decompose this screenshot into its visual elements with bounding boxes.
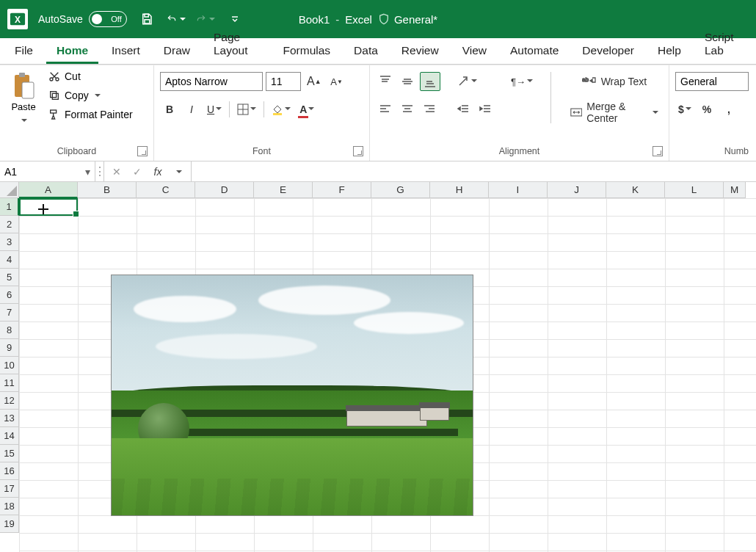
tab-automate[interactable]: Automate [500, 38, 569, 64]
tab-page-layout[interactable]: Page Layout [203, 25, 269, 64]
row-header-10[interactable]: 10 [0, 357, 19, 374]
percent-button[interactable]: % [697, 100, 716, 119]
clipboard-dialog-launcher[interactable] [137, 146, 148, 156]
tab-file[interactable]: File [4, 38, 43, 64]
save-icon[interactable] [137, 10, 156, 29]
format-painter-button[interactable]: Format Painter [46, 107, 136, 122]
align-left-icon[interactable] [376, 100, 395, 119]
row-header-8[interactable]: 8 [0, 322, 19, 339]
undo-button[interactable] [167, 10, 186, 29]
row-header-1[interactable]: 1 [0, 198, 19, 216]
merge-center-button[interactable]: Merge & Center [566, 103, 663, 122]
text-direction-button[interactable]: ¶→ [508, 72, 536, 91]
increase-font-icon[interactable]: A▲ [304, 72, 324, 91]
chevron-down-icon[interactable]: ▾ [85, 166, 90, 178]
orientation-button[interactable] [454, 72, 480, 91]
row-header-14[interactable]: 14 [0, 427, 19, 445]
bold-button[interactable]: B [160, 100, 179, 119]
row-header-3[interactable]: 3 [0, 233, 19, 251]
tab-developer[interactable]: Developer [572, 38, 644, 64]
tab-home[interactable]: Home [46, 38, 98, 64]
row-header-13[interactable]: 13 [0, 410, 19, 427]
row-headers[interactable]: 12345678910111213141516171819 [0, 198, 19, 552]
accept-formula-icon[interactable]: ✓ [128, 162, 147, 181]
col-header-L[interactable]: L [665, 182, 724, 198]
redo-button[interactable] [196, 10, 215, 29]
underline-button[interactable]: U [204, 100, 225, 119]
align-top-icon[interactable] [376, 72, 395, 91]
align-bottom-icon[interactable] [420, 72, 440, 91]
embedded-image[interactable] [111, 275, 473, 516]
number-format-input[interactable] [675, 72, 749, 91]
col-header-K[interactable]: K [606, 182, 665, 198]
column-headers[interactable]: ABCDEFGHIJKLM [19, 182, 756, 198]
row-header-2[interactable]: 2 [0, 216, 19, 233]
row-header-9[interactable]: 9 [0, 339, 19, 357]
tab-script-lab[interactable]: Script Lab [694, 25, 752, 64]
borders-button[interactable] [234, 100, 259, 119]
autosave-control[interactable]: AutoSave Off [38, 11, 127, 27]
row-header-18[interactable]: 18 [0, 498, 19, 515]
align-middle-icon[interactable] [398, 72, 417, 91]
tab-formulas[interactable]: Formulas [272, 38, 341, 64]
paste-dropdown-icon[interactable] [20, 114, 27, 127]
col-header-A[interactable]: A [19, 182, 78, 198]
col-header-H[interactable]: H [430, 182, 489, 198]
font-size-input[interactable] [266, 72, 301, 91]
col-header-E[interactable]: E [254, 182, 313, 198]
cut-button[interactable]: Cut [46, 69, 136, 84]
copy-button[interactable]: Copy [46, 88, 136, 103]
col-header-J[interactable]: J [548, 182, 606, 198]
font-color-button[interactable]: A [297, 100, 317, 119]
increase-indent-icon[interactable] [476, 100, 495, 119]
row-header-12[interactable]: 12 [0, 392, 19, 410]
name-box[interactable]: A1 ▾ [0, 161, 95, 181]
col-header-C[interactable]: C [137, 182, 195, 198]
row-header-16[interactable]: 16 [0, 462, 19, 480]
sensitivity-label[interactable]: General* [378, 13, 437, 26]
row-header-6[interactable]: 6 [0, 286, 19, 304]
tab-review[interactable]: Review [391, 38, 449, 64]
fx-icon[interactable]: fx [148, 162, 167, 181]
row-header-4[interactable]: 4 [0, 251, 19, 269]
align-center-icon[interactable] [398, 100, 417, 119]
col-header-M[interactable]: M [724, 182, 746, 198]
tab-insert[interactable]: Insert [101, 38, 150, 64]
alignment-dialog-launcher[interactable] [653, 146, 663, 156]
row-header-19[interactable]: 19 [0, 515, 19, 533]
col-header-G[interactable]: G [371, 182, 430, 198]
decrease-indent-icon[interactable] [454, 100, 473, 119]
tab-draw[interactable]: Draw [153, 38, 200, 64]
currency-button[interactable]: $ [675, 100, 694, 119]
active-cell[interactable] [19, 198, 78, 216]
italic-button[interactable]: I [182, 100, 201, 119]
row-header-15[interactable]: 15 [0, 445, 19, 462]
col-header-F[interactable]: F [313, 182, 371, 198]
tab-data[interactable]: Data [344, 38, 388, 64]
wrap-text-button[interactable]: ab Wrap Text [566, 72, 663, 91]
row-header-5[interactable]: 5 [0, 269, 19, 286]
decrease-font-icon[interactable]: A▼ [327, 72, 346, 91]
autosave-toggle[interactable]: Off [89, 11, 127, 27]
tab-help[interactable]: Help [647, 38, 691, 64]
formula-input[interactable] [192, 161, 756, 181]
worksheet-grid[interactable]: ABCDEFGHIJKLM 12345678910111213141516171… [0, 182, 756, 552]
tab-view[interactable]: View [452, 38, 497, 64]
col-header-B[interactable]: B [78, 182, 137, 198]
fill-color-button[interactable] [269, 100, 294, 119]
col-header-I[interactable]: I [489, 182, 548, 198]
font-dialog-launcher[interactable] [353, 146, 363, 156]
paste-button[interactable]: Paste [6, 69, 41, 146]
font-name-input[interactable] [160, 72, 263, 91]
namebox-grip-icon[interactable]: ⋮ [95, 161, 104, 181]
comma-style-button[interactable]: , [719, 100, 738, 119]
formula-dropdown-icon[interactable] [169, 162, 188, 181]
align-right-icon[interactable] [420, 100, 439, 119]
select-all-corner[interactable] [0, 182, 19, 198]
row-header-17[interactable]: 17 [0, 480, 19, 498]
row-header-11[interactable]: 11 [0, 374, 19, 392]
col-header-D[interactable]: D [195, 182, 254, 198]
cancel-formula-icon[interactable]: ✕ [107, 162, 126, 181]
row-header-7[interactable]: 7 [0, 304, 19, 322]
cells-area[interactable] [19, 198, 756, 552]
